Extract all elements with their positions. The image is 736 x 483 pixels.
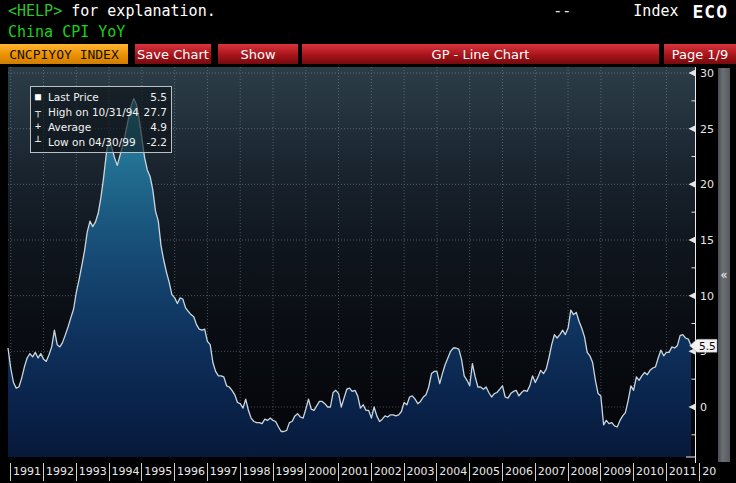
x-axis-year-label: 2003	[404, 465, 438, 478]
legend-row-high: ┬ High on 10/31/94 27.7	[35, 104, 167, 119]
legend-row-last-price: ■ Last Price 5.5	[35, 89, 167, 104]
legend-value: 27.7	[144, 106, 167, 118]
legend-label: High on 10/31/94	[48, 106, 144, 118]
x-axis-year-label: 2007	[535, 465, 569, 478]
legend-row-average: + Average 4.9	[35, 119, 167, 134]
panel-collapse-icon[interactable]: «	[718, 268, 730, 282]
help-tag[interactable]: <HELP>	[8, 2, 62, 20]
x-axis-year-label: 2000	[305, 465, 339, 478]
function-code: ECO	[692, 1, 728, 22]
context-label: Index	[633, 2, 678, 20]
help-hint-text: for explanation.	[62, 2, 216, 20]
x-axis-year-label: 2006	[502, 465, 536, 478]
chart-panel: 0510152025305.5 ■ Last Price 5.5 ┬ High …	[0, 64, 736, 483]
x-axis-year-label: 2004	[436, 465, 470, 478]
x-axis-year-label: 1995	[141, 465, 175, 478]
y-axis-label: 20	[700, 178, 714, 191]
x-axis-year-label: 2009	[600, 465, 634, 478]
legend-value: -2.2	[147, 136, 168, 148]
chart-type-title[interactable]: GP - Line Chart	[302, 44, 659, 64]
low-marker-icon: ┴	[35, 136, 48, 147]
svg-text:5.5: 5.5	[699, 340, 716, 352]
status-dashes: --	[553, 2, 571, 20]
bloomberg-terminal-screen: <HELP> for explanation. -- Index ECO Chi…	[0, 0, 736, 483]
high-marker-icon: ┬	[35, 106, 48, 117]
vertical-scrollbar[interactable]: «	[718, 68, 730, 462]
last-price-icon: ■	[35, 91, 48, 102]
header-bar: <HELP> for explanation. -- Index ECO	[0, 0, 736, 22]
help-hint: <HELP> for explanation.	[0, 2, 216, 20]
chart-toolbar: CNCPIYOY INDEX Save Chart Show GP - Line…	[0, 44, 736, 64]
x-axis-year-label: 2011	[666, 465, 700, 478]
x-axis-year-label: 1992	[43, 465, 77, 478]
x-axis-year-label: 2010	[633, 465, 667, 478]
x-axis-year-label: 1996	[174, 465, 208, 478]
x-axis-year-label: 1994	[109, 465, 143, 478]
show-button[interactable]: Show	[218, 44, 298, 64]
y-axis-label: 15	[700, 234, 714, 247]
x-axis-year-label-partial: 20	[702, 465, 736, 478]
legend-value: 5.5	[150, 91, 167, 103]
legend-label: Low on 04/30/99	[48, 136, 147, 148]
x-axis-year-label: 1997	[207, 465, 241, 478]
x-axis-year-label: 2008	[568, 465, 602, 478]
y-axis-label: 10	[700, 290, 714, 303]
ticker-field[interactable]: CNCPIYOY INDEX	[0, 44, 128, 64]
average-marker-icon: +	[35, 121, 48, 132]
x-axis-year-label: 2001	[338, 465, 372, 478]
x-axis-year-label: 1991	[10, 465, 44, 478]
x-axis-year-label: 2005	[469, 465, 503, 478]
legend-label: Last Price	[48, 91, 150, 103]
x-axis-year-label: 2002	[371, 465, 405, 478]
y-axis-label: 25	[700, 123, 714, 136]
save-chart-button[interactable]: Save Chart	[135, 44, 211, 64]
legend-row-low: ┴ Low on 04/30/99 -2.2	[35, 134, 167, 149]
x-axis-year-label: 1993	[76, 465, 110, 478]
y-axis-label: 0	[700, 401, 707, 414]
legend-label: Average	[48, 121, 150, 133]
y-axis-label: 30	[700, 67, 714, 80]
x-axis-year-label: 1998	[240, 465, 274, 478]
chart-legend: ■ Last Price 5.5 ┬ High on 10/31/94 27.7…	[30, 86, 172, 153]
legend-value: 4.9	[150, 121, 167, 133]
x-axis-band: 1991199219931994199519961997199819992000…	[0, 463, 736, 481]
x-axis-year-label: 1999	[272, 465, 306, 478]
security-title: China CPI YoY	[8, 22, 125, 42]
page-indicator[interactable]: Page 1/9	[664, 44, 736, 64]
